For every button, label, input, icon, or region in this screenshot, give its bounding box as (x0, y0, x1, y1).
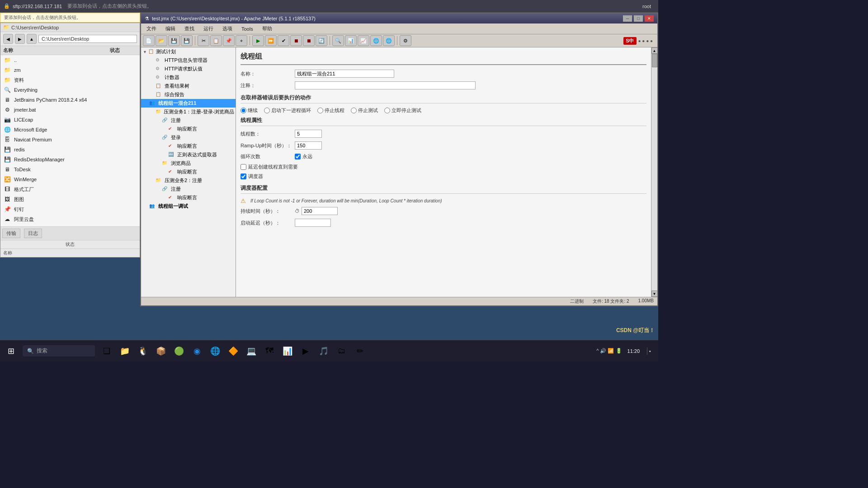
footer-tab-1[interactable]: 日志 (24, 229, 42, 238)
remote-stop-button[interactable]: 🌐 (383, 35, 395, 46)
loop-forever-check[interactable]: 永远 (295, 153, 312, 160)
file-item-7[interactable]: 🌐Microsoft Edge (0, 125, 140, 135)
app9-btn[interactable]: 🗺 (261, 343, 278, 359)
tree-item-8[interactable]: ✔响应断言 (141, 125, 236, 133)
tree-item-15[interactable]: 🔗注册 (141, 185, 236, 193)
maximize-button[interactable]: □ (634, 15, 643, 22)
tree-item-4[interactable]: 📋综合报告 (141, 90, 236, 99)
tree-root[interactable]: ▼ 📋 测试计划 (141, 47, 236, 56)
menu-item-4[interactable]: 选项 (219, 24, 236, 33)
tree-item-3[interactable]: 📋查看结果树 (141, 82, 236, 90)
scroll-track[interactable] (652, 54, 657, 291)
app13-btn[interactable]: 🗂 (334, 343, 350, 359)
tree-item-1[interactable]: ⚙HTTP请求默认值 (141, 65, 236, 73)
file-item-13[interactable]: 🎞格式工厂 (0, 184, 140, 194)
radio-stop-immediately[interactable]: 立即停止测试 (384, 107, 421, 114)
table-button[interactable]: 📊 (345, 35, 357, 46)
menu-item-3[interactable]: 运行 (200, 24, 217, 33)
thread-count-input[interactable] (295, 130, 322, 138)
tree-item-2[interactable]: ⚙计数器 (141, 73, 236, 82)
menu-item-1[interactable]: 编辑 (162, 24, 179, 33)
graph-button[interactable]: 📈 (358, 35, 369, 46)
expand-button[interactable]: + (236, 35, 247, 46)
file-item-3[interactable]: 🔍Everything (0, 85, 140, 95)
open-button[interactable]: 📂 (156, 35, 167, 46)
start-button[interactable]: ▶ (252, 35, 264, 46)
tree-item-12[interactable]: 📁浏览商品 (141, 159, 236, 168)
tree-item-17[interactable]: 👥线程组一调试 (141, 202, 236, 211)
menu-item-0[interactable]: 文件 (143, 24, 160, 33)
tree-item-5[interactable]: 👥线程组一混合211 (141, 99, 236, 108)
chrome-btn[interactable]: 🌐 (207, 343, 223, 359)
file-item-16[interactable]: ☁阿里云盘 (0, 214, 140, 224)
startup-delay-input[interactable] (295, 219, 331, 227)
remote-start-button[interactable]: 🌐 (370, 35, 382, 46)
start-button[interactable]: ⊞ (2, 342, 20, 360)
terminal-btn[interactable]: 💻 (243, 343, 259, 359)
forward-button[interactable]: ▶ (15, 34, 25, 44)
stop-button[interactable]: ⏹ (290, 35, 302, 46)
radio-next-loop[interactable]: 启动下一进程循环 (264, 107, 311, 114)
duration-input[interactable] (302, 207, 338, 215)
start-no-pause-button[interactable]: ⏩ (265, 35, 277, 46)
taskview-btn[interactable]: ❑ (99, 343, 115, 359)
paste-button[interactable]: 📌 (223, 35, 235, 46)
file-item-4[interactable]: 🖥JetBrains PyCharm 2018.2.4 x64 (0, 95, 140, 105)
copy-button[interactable]: 📋 (210, 35, 222, 46)
radio-next-loop-input[interactable] (264, 108, 270, 113)
validate-button[interactable]: ✔ (278, 35, 289, 46)
save-all-button[interactable]: 💾 (181, 35, 193, 46)
radio-stop-thread-input[interactable] (317, 108, 323, 113)
tree-item-11[interactable]: 🔤正则表达式提取器 (141, 150, 236, 159)
desktop-show-btn[interactable]: ▪ (647, 347, 653, 355)
clear-button[interactable]: 🔄 (316, 35, 327, 46)
file-item-15[interactable]: 📌钉钉 (0, 204, 140, 214)
tree-item-0[interactable]: ⚙HTTP信息头管理器 (141, 56, 236, 65)
app3-btn[interactable]: 📦 (153, 343, 169, 359)
file-item-6[interactable]: 📷LICEcap (0, 115, 140, 125)
footer-tab-0[interactable]: 传输 (2, 229, 20, 238)
save-button[interactable]: 💾 (168, 35, 180, 46)
loop-forever-checkbox[interactable] (295, 154, 301, 160)
radio-stop-thread[interactable]: 停止线程 (317, 107, 344, 114)
file-item-2[interactable]: 📁资料 (0, 75, 140, 85)
name-input[interactable] (295, 70, 394, 78)
stop-all-button[interactable]: ⏹ (303, 35, 315, 46)
tree-item-9[interactable]: 🔗登录 (141, 133, 236, 142)
app11-btn[interactable]: ▶ (297, 343, 314, 359)
scroll-thumb[interactable] (652, 54, 657, 67)
cut-button[interactable]: ✂ (198, 35, 209, 46)
scroll-up-button[interactable]: ▲ (651, 47, 658, 54)
tree-item-13[interactable]: ✔响应断言 (141, 168, 236, 176)
tree-item-16[interactable]: ✔响应断言 (141, 193, 236, 202)
search-button[interactable]: 🔍 (332, 35, 344, 46)
file-item-1[interactable]: 📁zm (0, 65, 140, 75)
file-item-5[interactable]: ⚙jmeter.bat (0, 105, 140, 115)
scroll-down-button[interactable]: ▼ (651, 291, 658, 297)
file-item-12[interactable]: 🔀WinMerge (0, 174, 140, 184)
delay-thread-row[interactable]: 延迟创建线程直到需要 (241, 164, 646, 170)
comment-input[interactable] (295, 81, 476, 89)
radio-stop-immediately-input[interactable] (384, 108, 390, 113)
app14-btn[interactable]: ✏ (352, 343, 368, 359)
minimize-button[interactable]: ─ (623, 15, 632, 22)
menu-item-2[interactable]: 查找 (181, 24, 198, 33)
radio-continue[interactable]: 继续 (241, 107, 258, 114)
tree-item-10[interactable]: ✔响应断言 (141, 142, 236, 150)
menu-item-5[interactable]: Tools (238, 25, 257, 33)
menu-item-6[interactable]: 帮助 (259, 24, 276, 33)
radio-stop-test[interactable]: 停止测试 (351, 107, 378, 114)
app4-btn[interactable]: 🟢 (171, 343, 187, 359)
tree-item-6[interactable]: 📁压测业务1：注册-登录-浏览商品 (141, 108, 236, 116)
file-item-10[interactable]: 💾RedisDesktopManager (0, 155, 140, 164)
close-button[interactable]: ✕ (645, 15, 654, 22)
file-item-11[interactable]: 🖥ToDesk (0, 164, 140, 174)
settings-button[interactable]: ⚙ (400, 35, 411, 46)
app10-btn[interactable]: 📊 (279, 343, 296, 359)
file-item-8[interactable]: 🗄Navicat Premium (0, 135, 140, 145)
app12-btn[interactable]: 🎵 (316, 343, 332, 359)
address-bar[interactable]: C:\Users\ren\Desktop (38, 35, 137, 43)
file-item-9[interactable]: 💾redis (0, 145, 140, 155)
tree-item-7[interactable]: 🔗注册 (141, 116, 236, 125)
file-item-14[interactable]: 🖼图图 (0, 194, 140, 204)
